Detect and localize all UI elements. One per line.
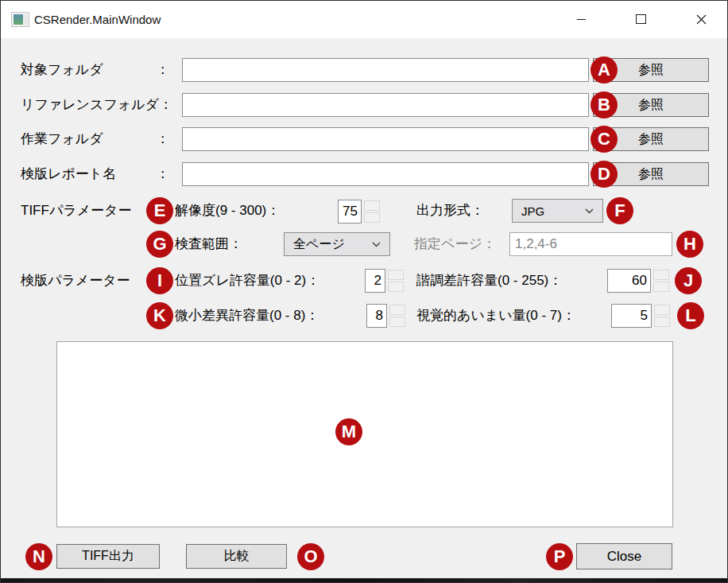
chevron-down-icon	[372, 242, 381, 247]
minor-diff-spin-down[interactable]	[389, 317, 405, 327]
tiff-section-label: TIFFパラメーター	[21, 199, 131, 223]
minimize-icon	[577, 19, 586, 20]
work-folder-label: 作業フォルダ：	[21, 127, 169, 151]
resolution-value[interactable]: 75	[338, 200, 362, 223]
tone-diff-value[interactable]: 60	[607, 269, 651, 293]
badge-k: K	[146, 302, 173, 329]
badge-b: B	[591, 91, 618, 119]
badge-g: G	[146, 231, 173, 258]
window-title: CSRender.MainWindow	[34, 1, 161, 38]
badge-c: C	[591, 126, 618, 153]
chevron-down-icon	[585, 208, 594, 214]
output-format-value: JPG	[521, 204, 544, 218]
minimize-button[interactable]	[563, 1, 599, 37]
badge-e: E	[146, 197, 173, 224]
badge-m: M	[335, 418, 362, 445]
app-icon	[11, 12, 29, 27]
target-folder-label: 対象フォルダ：	[21, 58, 169, 82]
badge-j: J	[675, 267, 702, 294]
page-spec-label: 指定ページ：	[414, 232, 496, 256]
position-shift-value[interactable]: 2	[365, 269, 385, 293]
output-format-select[interactable]: JPG	[512, 199, 603, 223]
report-name-label: 検版レポート名：	[21, 162, 169, 186]
resolution-spin-down[interactable]	[364, 212, 380, 223]
scan-range-value: 全ページ	[293, 236, 345, 253]
visual-ambiguity-spin-up[interactable]	[654, 305, 670, 315]
work-folder-input[interactable]	[182, 127, 589, 151]
tone-diff-label: 諧調差許容量(0 - 255)：	[416, 269, 562, 293]
visual-ambiguity-spin-down[interactable]	[654, 317, 670, 327]
position-shift-label: 位置ズレ許容量(0 - 2)：	[175, 269, 319, 293]
app-icon-art	[14, 14, 23, 25]
badge-i: I	[146, 267, 173, 294]
page-spec-input[interactable]	[509, 232, 672, 256]
tone-diff-spin-down[interactable]	[653, 282, 669, 292]
badge-l: L	[677, 302, 704, 329]
close-button[interactable]: Close	[576, 543, 672, 569]
maximize-button[interactable]	[622, 1, 659, 37]
tiff-output-button[interactable]: TIFF出力	[56, 544, 160, 569]
compare-button[interactable]: 比較	[186, 544, 287, 569]
resolution-spin-up[interactable]	[364, 200, 380, 211]
position-shift-spin-down[interactable]	[388, 282, 404, 292]
minor-diff-spin-up[interactable]	[389, 305, 405, 315]
scan-range-select[interactable]: 全ページ	[284, 232, 390, 256]
target-folder-input[interactable]	[182, 58, 589, 82]
badge-p: P	[546, 543, 573, 570]
badge-d: D	[591, 161, 618, 188]
maximize-icon	[636, 14, 646, 24]
badge-a: A	[591, 56, 618, 84]
minor-diff-value[interactable]: 8	[366, 304, 387, 328]
position-shift-spin-up[interactable]	[388, 270, 404, 280]
close-window-button[interactable]	[683, 1, 719, 37]
app-window: CSRender.MainWindow 対象フォルダ： 参照 A リファレンスフ…	[0, 0, 728, 583]
close-icon	[696, 14, 707, 25]
visual-ambiguity-value[interactable]: 5	[611, 304, 652, 328]
badge-o: O	[297, 543, 324, 570]
taskbar-edge	[1, 578, 727, 583]
resolution-label: 解像度(9 - 300)：	[175, 199, 280, 223]
visual-ambiguity-label: 視覚的あいまい量(0 - 7)：	[416, 304, 575, 328]
badge-n: N	[25, 543, 52, 570]
reference-folder-input[interactable]	[182, 93, 589, 117]
badge-h: H	[676, 231, 703, 258]
kenpan-section-label: 検版パラメーター	[21, 269, 130, 293]
reference-folder-label: リファレンスフォルダ：	[21, 93, 169, 117]
app-icon-art2	[24, 14, 28, 25]
result-panel[interactable]	[56, 341, 673, 527]
report-name-input[interactable]	[182, 162, 589, 186]
badge-f: F	[606, 197, 633, 224]
minor-diff-label: 微小差異許容量(0 - 8)：	[175, 304, 319, 328]
tone-diff-spin-up[interactable]	[653, 270, 669, 280]
output-format-label: 出力形式：	[416, 199, 484, 223]
scan-range-label: 検査範囲：	[175, 232, 242, 256]
titlebar: CSRender.MainWindow	[1, 1, 727, 38]
